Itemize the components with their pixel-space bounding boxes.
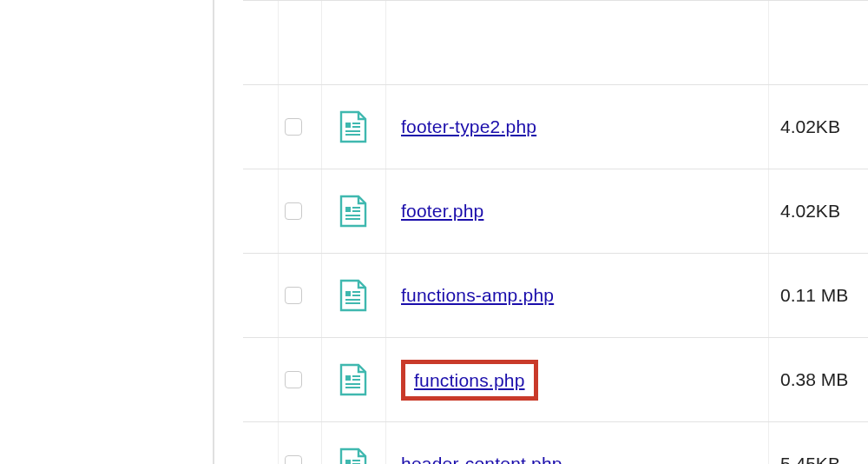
sidebar-divider: [213, 0, 214, 464]
svg-rect-10: [345, 291, 351, 296]
file-icon: [321, 195, 385, 228]
svg-rect-0: [345, 123, 351, 128]
table-row: functions.php 0.38 MB: [243, 337, 868, 421]
file-icon: [321, 110, 385, 143]
file-name-link[interactable]: functions-amp.php: [401, 285, 554, 306]
file-name-link[interactable]: functions.php: [414, 370, 525, 391]
table-row: footer.php 4.02KB: [243, 169, 868, 253]
file-name-link[interactable]: header-content.php: [401, 454, 562, 465]
svg-rect-5: [345, 207, 351, 212]
table-row: footer-type2.php 4.02KB: [243, 84, 868, 169]
file-icon: [321, 447, 385, 465]
file-icon: [321, 363, 385, 396]
file-size: 5.45KB: [768, 452, 868, 464]
row-checkbox[interactable]: [285, 455, 302, 465]
row-checkbox[interactable]: [285, 287, 302, 304]
file-name-link[interactable]: footer-type2.php: [401, 116, 536, 137]
table-row: header-content.php 5.45KB: [243, 421, 868, 464]
table-row: functions-amp.php 0.11 MB: [243, 253, 868, 337]
svg-rect-20: [345, 460, 351, 465]
header-stub-row: [243, 0, 868, 84]
row-checkbox[interactable]: [285, 371, 302, 388]
file-size: 4.02KB: [768, 115, 868, 138]
file-size: 0.11 MB: [768, 283, 868, 307]
file-size: 0.38 MB: [768, 368, 868, 391]
file-icon: [321, 279, 385, 312]
file-size: 4.02KB: [768, 199, 868, 222]
file-name-link[interactable]: footer.php: [401, 201, 483, 222]
row-checkbox[interactable]: [285, 118, 302, 136]
row-checkbox[interactable]: [285, 202, 302, 220]
svg-rect-15: [345, 375, 351, 381]
file-listing: footer-type2.php 4.02KB footer.php 4.02K…: [243, 0, 868, 464]
highlight-marker: functions.php: [401, 360, 538, 401]
